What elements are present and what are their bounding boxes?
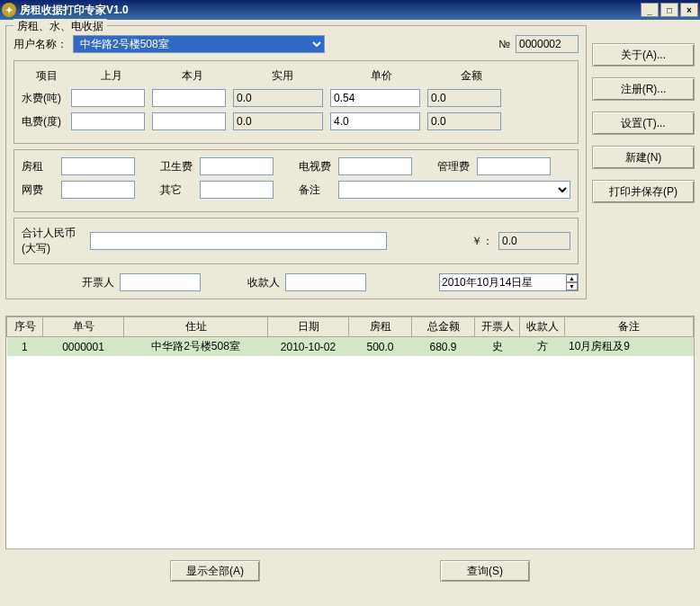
elec-this[interactable] — [152, 112, 226, 130]
total-num-field — [498, 232, 570, 250]
elec-actual — [233, 112, 323, 130]
yen-label: ￥： — [471, 234, 493, 249]
cell-no: 0000001 — [43, 337, 124, 357]
th-rent[interactable]: 房租 — [349, 317, 412, 337]
register-button[interactable]: 注册(R)... — [592, 77, 695, 101]
elec-price[interactable] — [330, 112, 420, 130]
elec-label: 电费(度) — [22, 114, 71, 129]
cell-seq: 1 — [7, 337, 43, 357]
username-label: 用户名称： — [13, 37, 67, 52]
th-biller[interactable]: 开票人 — [475, 317, 520, 337]
other-label: 其它 — [160, 183, 196, 198]
groupbox-legend: 房租、水、电收据 — [13, 19, 107, 34]
table-row[interactable]: 1 0000001 中华路2号楼508室 2010-10-02 500.0 68… — [7, 337, 694, 357]
other-field[interactable] — [200, 181, 274, 199]
cell-payee: 方 — [520, 337, 565, 357]
water-this[interactable] — [152, 89, 226, 107]
col-actual: 实用 — [233, 68, 332, 84]
water-label: 水费(吨) — [22, 91, 71, 106]
col-amount: 金额 — [431, 68, 512, 84]
titlebar: ✦ 房租收据打印专家V1.0 _ □ × — [0, 0, 700, 20]
th-seq[interactable]: 序号 — [7, 317, 43, 337]
mgmt-label: 管理费 — [437, 159, 473, 174]
number-label: № — [498, 38, 510, 50]
th-date[interactable]: 日期 — [268, 317, 349, 337]
rent-field[interactable] — [61, 157, 135, 175]
col-item: 项目 — [22, 68, 71, 84]
tv-field[interactable] — [338, 157, 412, 175]
records-table: 序号 单号 住址 日期 房租 总金额 开票人 收款人 备注 1 0000001 … — [6, 316, 694, 356]
sanitation-field[interactable] — [200, 157, 274, 175]
remark-label: 备注 — [299, 183, 335, 198]
records-table-wrap[interactable]: 序号 单号 住址 日期 房租 总金额 开票人 收款人 备注 1 0000001 … — [5, 316, 695, 549]
utilities-box: 项目 上月 本月 实用 单价 金额 水费(吨) 电费(度) — [13, 60, 579, 144]
cell-rent: 500.0 — [349, 337, 412, 357]
cell-remark: 10月房租及9 — [565, 337, 694, 357]
username-combo[interactable]: 中华路2号楼508室 — [73, 35, 325, 53]
th-payee[interactable]: 收款人 — [520, 317, 565, 337]
minimize-button[interactable]: _ — [641, 3, 659, 17]
remark-combo[interactable] — [338, 181, 570, 199]
total-label: 合计人民币 (大写) — [22, 226, 85, 256]
tv-label: 电视费 — [299, 159, 335, 174]
close-button[interactable]: × — [680, 3, 698, 17]
net-label: 网费 — [22, 183, 58, 198]
window-title: 房租收据打印专家V1.0 — [20, 3, 641, 18]
maximize-button[interactable]: □ — [660, 3, 678, 17]
fees-box: 房租 卫生费 电视费 管理费 网费 其它 — [13, 149, 579, 212]
payee-label: 收款人 — [247, 275, 280, 290]
th-remark[interactable]: 备注 — [565, 317, 694, 337]
printsave-button[interactable]: 打印并保存(P) — [592, 180, 695, 203]
water-row: 水费(吨) — [22, 89, 570, 107]
col-last: 上月 — [71, 68, 152, 84]
settings-button[interactable]: 设置(T)... — [592, 111, 695, 135]
mgmt-field[interactable] — [477, 157, 551, 175]
date-value: 2010年10月14日星 — [440, 275, 566, 290]
date-down-icon[interactable]: ▼ — [566, 282, 578, 290]
about-button[interactable]: 关于(A)... — [592, 43, 695, 67]
total-box: 合计人民币 (大写) ￥： — [13, 218, 579, 264]
th-addr[interactable]: 住址 — [124, 317, 268, 337]
water-amount — [427, 89, 501, 107]
biller-label: 开票人 — [82, 275, 114, 290]
col-price: 单价 — [332, 68, 431, 84]
water-actual — [233, 89, 323, 107]
water-price[interactable] — [330, 89, 420, 107]
col-this: 本月 — [152, 68, 233, 84]
query-button[interactable]: 查询(S) — [440, 560, 530, 582]
cell-biller: 史 — [475, 337, 520, 357]
receipt-groupbox: 房租、水、电收据 用户名称： 中华路2号楼508室 № 项目 上月 本月 实用 … — [5, 25, 587, 299]
date-picker[interactable]: 2010年10月14日星 ▲ ▼ — [439, 273, 579, 291]
payee-field[interactable] — [285, 273, 366, 291]
cell-total: 680.9 — [412, 337, 475, 357]
date-up-icon[interactable]: ▲ — [566, 274, 578, 282]
th-total[interactable]: 总金额 — [412, 317, 475, 337]
table-header-row: 序号 单号 住址 日期 房租 总金额 开票人 收款人 备注 — [7, 317, 694, 337]
rent-label: 房租 — [22, 159, 58, 174]
cell-addr: 中华路2号楼508室 — [124, 337, 268, 357]
cell-date: 2010-10-02 — [268, 337, 349, 357]
total-words-field[interactable] — [90, 232, 387, 250]
th-no[interactable]: 单号 — [43, 317, 124, 337]
new-button[interactable]: 新建(N) — [592, 146, 695, 169]
number-field[interactable] — [516, 35, 579, 53]
elec-last[interactable] — [71, 112, 145, 130]
water-last[interactable] — [71, 89, 145, 107]
showall-button[interactable]: 显示全部(A) — [170, 560, 260, 582]
sanitation-label: 卫生费 — [160, 159, 196, 174]
net-field[interactable] — [61, 181, 135, 199]
app-icon: ✦ — [2, 3, 16, 17]
biller-field[interactable] — [120, 273, 201, 291]
elec-row: 电费(度) — [22, 112, 570, 130]
elec-amount — [427, 112, 501, 130]
